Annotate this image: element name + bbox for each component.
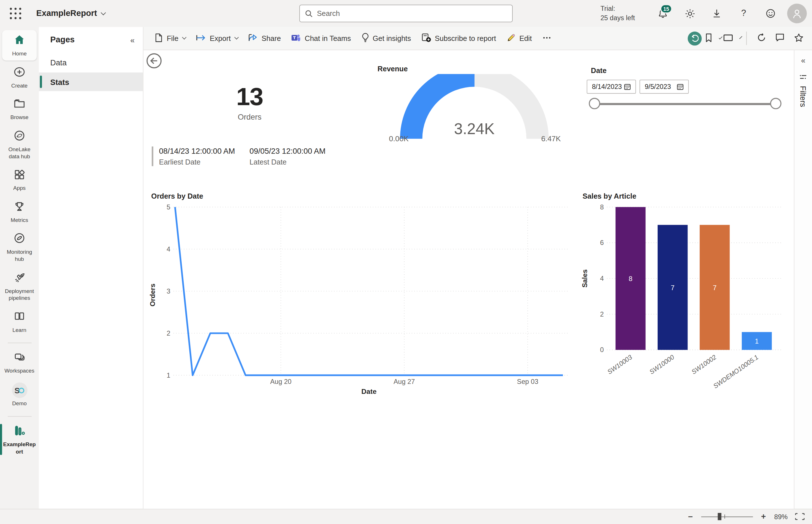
sidebar-item-workspaces[interactable]: Workspaces <box>2 347 37 378</box>
bar-chart-title: Sales by Article <box>583 192 636 200</box>
top-bar: ExampleReport Trial: 25 days left 15 <box>0 0 812 27</box>
end-date-field[interactable] <box>639 80 689 94</box>
revenue-gauge[interactable]: 3.24K 0.00K 6.47K <box>386 74 564 147</box>
toolbar-favorite-button[interactable] <box>791 30 807 47</box>
date-slicer-inputs <box>587 80 689 94</box>
collapse-pages-icon[interactable]: « <box>130 36 134 44</box>
orders-kpi-card[interactable]: 13 Orders <box>198 82 301 121</box>
sales-by-article-bar-chart[interactable]: 024688SW100037SW100007SW100021SWDEMO1000… <box>581 202 791 411</box>
toolbar-more-options-button[interactable] <box>537 30 557 47</box>
sidebar-item-create[interactable]: Create <box>2 62 37 92</box>
create-icon <box>13 66 26 80</box>
avatar[interactable] <box>787 4 807 23</box>
notifications-button[interactable]: 15 <box>653 3 673 24</box>
top-right-controls: Trial: 25 days left 15 ? <box>601 0 812 27</box>
toolbar-edit-button[interactable]: Edit <box>501 30 537 47</box>
zoom-in-button[interactable]: + <box>760 512 767 521</box>
toolbar-chat-in-teams-button[interactable]: Chat in Teams <box>286 30 356 47</box>
app-launcher-icon[interactable] <box>4 2 27 25</box>
start-date-input[interactable] <box>592 83 624 91</box>
toolbar-bookmarks-button[interactable] <box>705 30 721 47</box>
sidebar-item-deployment-pipelines[interactable]: Deploymentpipelines <box>2 267 37 305</box>
sidebar-item-demo[interactable]: SDemo <box>2 379 37 410</box>
sidebar-item-apps[interactable]: Apps <box>2 165 37 195</box>
slider-track[interactable] <box>594 103 776 105</box>
page-item-data[interactable]: Data <box>39 53 143 71</box>
smiley-icon <box>765 8 776 18</box>
sidebar-item-examplereport[interactable]: ExampleReport <box>2 421 37 458</box>
nav-divider <box>7 416 31 416</box>
bar-y-axis-title: Sales <box>581 269 589 288</box>
orders-line-chart-svg[interactable]: 12345Aug 20Aug 27Sep 03OrdersDate <box>147 202 573 399</box>
sidebar-item-label: Workspaces <box>4 367 34 375</box>
page-item-stats[interactable]: Stats <box>39 72 143 91</box>
zoom-slider-center-tick <box>724 514 725 519</box>
sidebar-item-learn[interactable]: Learn <box>2 306 37 337</box>
toolbar-reset-filters-button[interactable] <box>686 30 702 47</box>
card-accent-bar <box>152 146 153 166</box>
date-slicer-title: Date <box>591 66 606 75</box>
toolbar-view-mode-button[interactable] <box>723 30 740 47</box>
slider-handle-start[interactable] <box>589 98 600 109</box>
bar-category-label: SWDEMO10005.1 <box>712 353 760 390</box>
sidebar-item-label: Demo <box>12 400 27 408</box>
sidebar-item-browse[interactable]: Browse <box>2 94 37 124</box>
bar-data-label: 7 <box>713 284 716 292</box>
zoom-level: 89% <box>774 513 787 520</box>
download-button[interactable] <box>706 3 727 24</box>
filter-icon[interactable] <box>799 73 807 81</box>
search-input[interactable] <box>317 10 507 18</box>
sidebar-item-monitoring-hub[interactable]: Monitoringhub <box>2 228 37 266</box>
sales-bar-chart-svg[interactable]: 024688SW100037SW100007SW100021SWDEMO1000… <box>581 202 791 409</box>
toolbar-file-button[interactable]: File <box>149 30 191 47</box>
chevron-down-icon <box>234 35 238 39</box>
back-button[interactable] <box>146 53 161 68</box>
end-date-input[interactable] <box>645 83 677 91</box>
sidebar-item-label: Deploymentpipelines <box>5 288 34 302</box>
search-box[interactable] <box>299 4 513 22</box>
start-date-field[interactable] <box>587 80 636 94</box>
date-range-slider[interactable] <box>589 98 782 110</box>
toolbar-share-button[interactable]: Share <box>243 30 286 47</box>
fit-to-page-icon[interactable] <box>795 513 805 520</box>
report-title-menu[interactable]: ExampleReport <box>36 9 106 18</box>
svg-text:6: 6 <box>600 239 604 246</box>
trial-status: Trial: 25 days left <box>601 4 635 22</box>
settings-button[interactable] <box>680 3 700 24</box>
expand-filters-icon[interactable]: « <box>801 56 805 64</box>
orders-by-date-line-chart[interactable]: 12345Aug 20Aug 27Sep 03OrdersDate <box>147 202 573 402</box>
view-icon <box>723 33 733 43</box>
toolbar-comments-button[interactable] <box>771 30 788 47</box>
feedback-button[interactable] <box>760 3 781 24</box>
svg-text:8: 8 <box>600 203 604 211</box>
report-toolbar: FileExportShareChat in TeamsGet insights… <box>144 27 812 50</box>
zoom-out-button[interactable]: – <box>687 512 694 521</box>
zoom-slider-handle[interactable] <box>718 513 721 520</box>
toolbar-get-insights-button[interactable]: Get insights <box>356 30 416 47</box>
revenue-gauge-svg[interactable]: 3.24K 0.00K 6.47K <box>386 74 564 145</box>
toolbar-subscribe-to-report-button[interactable]: Subscribe to report <box>416 30 501 47</box>
slider-handle-end[interactable] <box>770 98 781 109</box>
sidebar-item-home[interactable]: Home <box>2 30 37 61</box>
gauge-max-label: 6.47K <box>541 134 561 143</box>
gauge-title: Revenue <box>378 65 408 73</box>
zoom-slider[interactable] <box>701 513 753 520</box>
kpi-label: Orders <box>198 112 301 121</box>
date-range-card[interactable]: 08/14/23 12:00:00 AM Earliest Date 09/05… <box>152 146 340 166</box>
earliest-date-label: Earliest Date <box>159 158 235 166</box>
share-icon <box>248 33 258 44</box>
star-icon <box>794 33 803 44</box>
pages-panel: Pages « DataStats <box>39 27 144 509</box>
report-canvas: 13 Orders Revenue 3.24K 0.00K 6.47K 08/1… <box>144 50 794 509</box>
sidebar-item-label: Create <box>11 82 28 89</box>
toolbar-refresh-visuals-button[interactable] <box>753 30 769 47</box>
onelake-icon <box>13 129 26 144</box>
sidebar-item-onelake-data-hub[interactable]: OneLakedata hub <box>2 126 37 163</box>
filters-rail-label[interactable]: Filters <box>799 86 808 107</box>
svg-text:3: 3 <box>166 288 170 295</box>
sidebar-item-metrics[interactable]: Metrics <box>2 197 37 227</box>
browse-icon <box>13 97 26 112</box>
toolbar-export-button[interactable]: Export <box>191 31 243 46</box>
help-button[interactable]: ? <box>733 3 754 24</box>
bar-category-label: SW10000 <box>648 353 675 376</box>
